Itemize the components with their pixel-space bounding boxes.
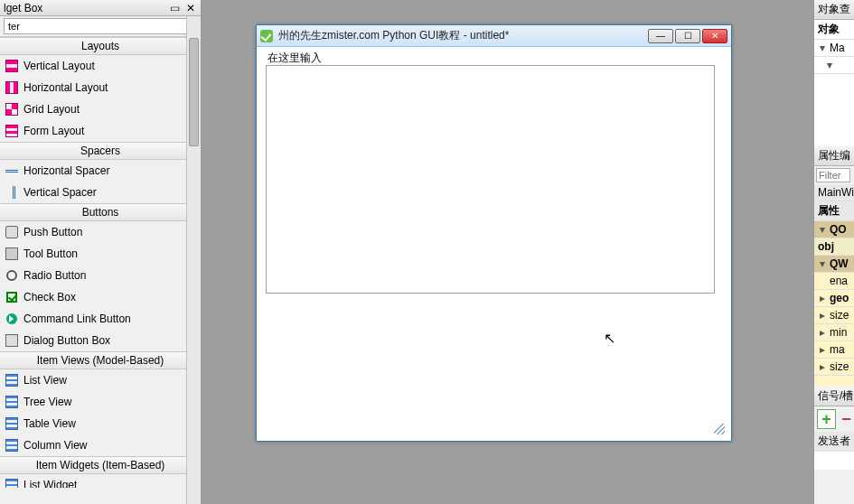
property-enabled[interactable]: ena bbox=[814, 273, 854, 290]
widget-item-column-view[interactable]: Column View bbox=[0, 434, 201, 456]
widget-list[interactable]: LayoutsVertical LayoutHorizontal LayoutG… bbox=[0, 36, 201, 488]
category-header[interactable]: Layouts bbox=[0, 37, 201, 55]
cmdlink-icon bbox=[5, 313, 18, 325]
property-sizepolicy[interactable]: ▸size bbox=[814, 307, 854, 324]
widget-item-horizontal-layout[interactable]: Horizontal Layout bbox=[0, 77, 201, 98]
widget-item-label: List Widget bbox=[23, 479, 77, 488]
design-form-window[interactable]: 州的先生zmister.com Python GUI教程 - untitled*… bbox=[256, 24, 732, 442]
chevron-right-icon[interactable]: ▸ bbox=[818, 360, 826, 373]
add-signal-button[interactable]: + bbox=[817, 409, 836, 429]
chevron-down-icon[interactable]: ▾ bbox=[818, 257, 826, 270]
widget-item-label: Form Layout bbox=[23, 125, 84, 137]
property-editor-header: 属性编 bbox=[814, 146, 854, 166]
widget-item-vertical-layout[interactable]: Vertical Layout bbox=[0, 55, 201, 77]
widget-list-scrollbar[interactable] bbox=[186, 16, 201, 504]
list-icon bbox=[5, 417, 18, 430]
widget-item-dialog-button-box[interactable]: Dialog Button Box bbox=[0, 330, 201, 351]
property-objectname[interactable]: obj bbox=[814, 238, 854, 256]
check-icon bbox=[5, 291, 18, 303]
window-titlebar[interactable]: 州的先生zmister.com Python GUI教程 - untitled*… bbox=[257, 25, 731, 47]
category-header[interactable]: Item Views (Model-Based) bbox=[0, 351, 201, 369]
chevron-right-icon[interactable]: ▸ bbox=[818, 292, 826, 304]
property-maximumsize[interactable]: ▸ma bbox=[814, 341, 854, 359]
property-minimumsize[interactable]: ▸min bbox=[814, 324, 854, 341]
widget-box-title-text: lget Box bbox=[4, 0, 42, 16]
widget-item-check-box[interactable]: Check Box bbox=[0, 286, 201, 308]
widget-item-label: Push Button bbox=[23, 226, 82, 238]
object-column-header: 对象 bbox=[814, 20, 854, 40]
remove-signal-button[interactable]: − bbox=[839, 409, 854, 429]
form-icon bbox=[5, 125, 18, 137]
hlayout-icon bbox=[5, 81, 18, 94]
window-body[interactable]: 在这里输入 bbox=[262, 51, 726, 435]
widget-box-panel: lget Box ▭ ✕ LayoutsVertical LayoutHoriz… bbox=[0, 0, 202, 504]
resize-grip-icon[interactable] bbox=[714, 424, 725, 434]
chevron-down-icon[interactable]: ▾ bbox=[818, 223, 826, 236]
toolbtn-icon bbox=[5, 247, 18, 260]
widget-box-title: lget Box ▭ ✕ bbox=[0, 0, 201, 16]
list-icon bbox=[5, 439, 18, 452]
property-sizeincrement[interactable]: ▸size bbox=[814, 359, 854, 376]
close-button[interactable]: ✕ bbox=[702, 29, 727, 43]
chevron-right-icon[interactable]: ▸ bbox=[818, 309, 826, 322]
form-grid-area[interactable] bbox=[262, 302, 726, 435]
widget-item-form-layout[interactable]: Form Layout bbox=[0, 120, 201, 142]
radio-icon bbox=[5, 269, 18, 282]
qwidget-section[interactable]: ▾QW bbox=[814, 256, 854, 273]
chevron-down-icon[interactable]: ▾ bbox=[825, 59, 833, 71]
widget-item-vertical-spacer[interactable]: Vertical Spacer bbox=[0, 182, 201, 203]
window-title: 州的先生zmister.com Python GUI教程 - untitled* bbox=[278, 28, 648, 43]
close-panel-icon[interactable]: ✕ bbox=[184, 0, 197, 16]
minus-icon: − bbox=[841, 410, 851, 429]
scrollbar-thumb[interactable] bbox=[189, 38, 199, 146]
object-tree-item[interactable]: ▾Ma bbox=[814, 40, 854, 57]
chevron-right-icon[interactable]: ▸ bbox=[818, 326, 826, 339]
widget-item-label: Vertical Spacer bbox=[23, 186, 97, 199]
qobject-section[interactable]: ▾QO bbox=[814, 221, 854, 238]
widget-item-table-view[interactable]: Table View bbox=[0, 413, 201, 434]
text-edit-widget[interactable] bbox=[266, 65, 715, 294]
widget-item-tool-button[interactable]: Tool Button bbox=[0, 243, 201, 265]
widget-item-label: Tree View bbox=[23, 396, 71, 408]
widget-item-tree-view[interactable]: Tree View bbox=[0, 391, 201, 413]
widget-item-list-view[interactable]: List View bbox=[0, 369, 201, 391]
list-icon bbox=[5, 396, 18, 408]
minimize-button[interactable]: — bbox=[648, 29, 673, 43]
inspector-panel: 对象查 对象 ▾Ma ▾ 属性编 MainWin 属性 ▾QO obj ▾QW … bbox=[813, 0, 854, 504]
property-header: 属性 bbox=[814, 201, 854, 221]
widget-item-label: Dialog Button Box bbox=[23, 334, 110, 347]
groupbox-label[interactable]: 在这里输入 bbox=[267, 51, 322, 66]
widget-item-push-button[interactable]: Push Button bbox=[0, 221, 201, 243]
object-tree-child[interactable]: ▾ bbox=[814, 57, 854, 74]
category-header[interactable]: Buttons bbox=[0, 203, 201, 221]
app-icon bbox=[260, 30, 273, 42]
widget-item-list-widget[interactable]: List Widget bbox=[0, 474, 201, 488]
undock-icon[interactable]: ▭ bbox=[169, 0, 182, 16]
widget-filter-input[interactable] bbox=[4, 18, 198, 34]
signal-slot-list[interactable] bbox=[814, 452, 854, 470]
widget-item-label: Grid Layout bbox=[23, 103, 80, 116]
vspace-icon bbox=[5, 186, 18, 199]
category-header[interactable]: Spacers bbox=[0, 142, 201, 160]
widget-item-horizontal-spacer[interactable]: Horizontal Spacer bbox=[0, 160, 201, 182]
plus-icon: + bbox=[821, 410, 831, 429]
class-name-label: MainWin bbox=[814, 184, 854, 201]
widget-item-label: Table View bbox=[23, 417, 76, 430]
object-inspector-header: 对象查 bbox=[814, 0, 854, 20]
widget-item-grid-layout[interactable]: Grid Layout bbox=[0, 98, 201, 120]
chevron-down-icon[interactable]: ▾ bbox=[818, 42, 826, 54]
widget-item-command-link-button[interactable]: Command Link Button bbox=[0, 308, 201, 330]
list-icon bbox=[5, 374, 18, 387]
category-header[interactable]: Item Widgets (Item-Based) bbox=[0, 456, 201, 474]
widget-item-label: Vertical Layout bbox=[23, 60, 95, 72]
widget-item-label: Horizontal Spacer bbox=[23, 164, 109, 177]
property-geometry[interactable]: ▸geo bbox=[814, 290, 854, 307]
maximize-button[interactable]: ☐ bbox=[675, 29, 700, 43]
property-filter-input[interactable] bbox=[816, 168, 850, 182]
object-tree-area[interactable] bbox=[814, 74, 854, 146]
chevron-right-icon[interactable]: ▸ bbox=[818, 343, 826, 356]
dlgbox-icon bbox=[5, 334, 18, 347]
signal-slot-header: 信号/槽 bbox=[814, 387, 854, 406]
widget-item-radio-button[interactable]: Radio Button bbox=[0, 265, 201, 286]
widget-item-label: Tool Button bbox=[23, 247, 78, 260]
